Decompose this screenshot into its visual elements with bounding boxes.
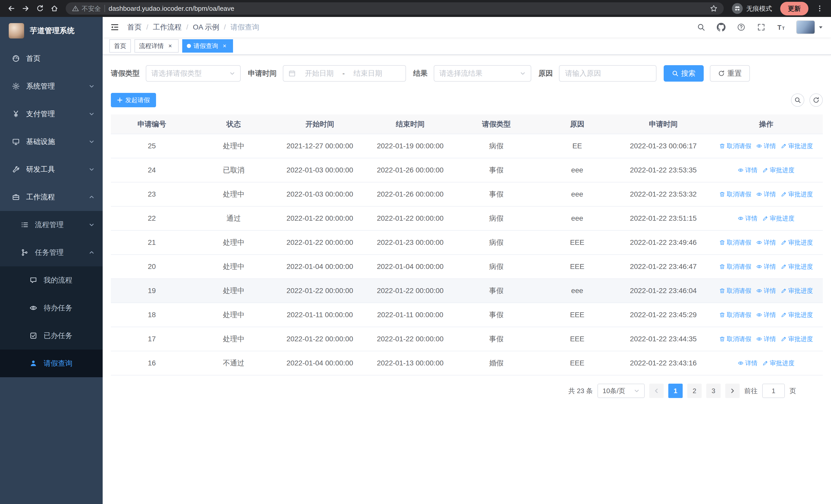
detail-action-link[interactable]: 详情: [738, 359, 757, 367]
progress-action-link[interactable]: 审批进度: [763, 214, 794, 223]
prev-page-button[interactable]: [649, 384, 664, 398]
browser-back-button[interactable]: [4, 1, 19, 16]
yen-icon: [12, 110, 20, 118]
progress-action-link[interactable]: 审批进度: [781, 263, 813, 271]
calendar-icon: [288, 70, 296, 77]
sidebar-item-system[interactable]: 系统管理: [0, 72, 103, 100]
github-icon[interactable]: [715, 21, 727, 33]
column-header-actions: 操作: [710, 114, 823, 134]
detail-action-link[interactable]: 详情: [756, 335, 776, 343]
goto-page-input[interactable]: [762, 384, 785, 398]
page-size-select[interactable]: 10条/页: [598, 384, 645, 398]
font-size-icon[interactable]: TT: [775, 21, 787, 33]
detail-action-link[interactable]: 详情: [756, 190, 776, 198]
url-text[interactable]: dashboard.yudao.iocoder.cn/bpm/oa/leave: [109, 5, 706, 12]
progress-action-link[interactable]: 审批进度: [763, 359, 794, 367]
detail-action-link[interactable]: 详情: [756, 311, 776, 319]
search-icon[interactable]: [695, 21, 707, 33]
toggle-search-button[interactable]: [791, 93, 804, 107]
action-label: 审批进度: [770, 359, 794, 367]
cancel-action-link[interactable]: 取消请假: [719, 190, 751, 198]
close-icon[interactable]: ×: [221, 42, 228, 50]
browser-reload-button[interactable]: [33, 1, 47, 16]
page-button-1[interactable]: 1: [668, 384, 683, 398]
cancel-action-link[interactable]: 取消请假: [719, 238, 751, 247]
cancel-action-link[interactable]: 取消请假: [719, 142, 751, 150]
sidebar-item-done-tasks[interactable]: 已办任务: [0, 322, 103, 350]
close-icon[interactable]: ×: [166, 42, 174, 50]
cell-end-time: 2022-01-22 00:00:00: [365, 206, 455, 231]
sidebar-item-payment[interactable]: 支付管理: [0, 100, 103, 128]
sidebar-item-process-management[interactable]: 流程管理: [0, 211, 103, 239]
browser-update-button[interactable]: 更新: [780, 2, 808, 16]
user-avatar-menu[interactable]: [796, 20, 823, 34]
cell-apply-time: 2022-01-22 23:51:15: [617, 206, 710, 231]
sidebar-item-task-management[interactable]: 任务管理: [0, 239, 103, 266]
sidebar-item-todo-tasks[interactable]: 待办任务: [0, 294, 103, 322]
breadcrumb-item[interactable]: 工作流程: [153, 22, 182, 32]
breadcrumb-item[interactable]: 首页: [127, 22, 142, 32]
page-button-3[interactable]: 3: [706, 384, 721, 398]
bookmark-star-icon[interactable]: [710, 5, 718, 12]
result-select[interactable]: 请选择流结果: [434, 65, 531, 82]
cancel-action-link[interactable]: 取消请假: [719, 263, 751, 271]
page-button-2[interactable]: 2: [687, 384, 701, 398]
fullscreen-icon[interactable]: [755, 21, 767, 33]
detail-action-link[interactable]: 详情: [756, 238, 776, 247]
start-date-input[interactable]: [299, 69, 339, 78]
browser-home-button[interactable]: [47, 1, 62, 16]
app-logo[interactable]: 芋道管理系统: [0, 17, 103, 45]
end-date-input[interactable]: [348, 69, 388, 78]
help-icon[interactable]: [735, 21, 747, 33]
detail-action-link[interactable]: 详情: [756, 263, 776, 271]
sidebar-item-dev-tools[interactable]: 研发工具: [0, 155, 103, 183]
reset-button[interactable]: 重置: [710, 65, 750, 82]
next-page-button[interactable]: [725, 384, 740, 398]
refresh-table-button[interactable]: [809, 93, 823, 107]
action-label: 取消请假: [726, 311, 751, 319]
progress-action-link[interactable]: 审批进度: [781, 190, 813, 198]
detail-action-link[interactable]: 详情: [738, 166, 757, 174]
table-row: 23处理中2022-01-03 00:00:002022-01-26 00:00…: [111, 182, 823, 206]
apply-time-range-picker[interactable]: -: [283, 65, 406, 82]
search-button[interactable]: 搜索: [664, 65, 704, 82]
action-label: 取消请假: [726, 335, 751, 343]
eye-icon: [756, 312, 762, 318]
action-label: 审批进度: [788, 287, 813, 295]
sidebar-collapse-button[interactable]: [110, 23, 119, 32]
cancel-action-link[interactable]: 取消请假: [719, 311, 751, 319]
progress-action-link[interactable]: 审批进度: [781, 335, 813, 343]
progress-action-link[interactable]: 审批进度: [763, 166, 794, 174]
sidebar-item-leave-query[interactable]: 请假查询: [0, 350, 103, 377]
trash-icon: [719, 191, 725, 197]
sidebar-item-workflow[interactable]: 工作流程: [0, 183, 103, 211]
sidebar-item-infrastructure[interactable]: 基础设施: [0, 128, 103, 155]
cancel-action-link[interactable]: 取消请假: [719, 287, 751, 295]
tag-home[interactable]: 首页: [109, 39, 131, 53]
main-area: 首页 / 工作流程 / OA 示例 / 请假查询 TT: [103, 17, 831, 504]
cell-status: 处理中: [193, 303, 275, 327]
progress-action-link[interactable]: 审批进度: [781, 311, 813, 319]
breadcrumb-item[interactable]: OA 示例: [193, 22, 220, 32]
browser-menu-button[interactable]: [812, 1, 827, 16]
security-chip[interactable]: 不安全: [72, 4, 101, 13]
address-bar[interactable]: 不安全 dashboard.yudao.iocoder.cn/bpm/oa/le…: [66, 2, 724, 14]
sidebar-item-home[interactable]: 首页: [0, 45, 103, 72]
detail-action-link[interactable]: 详情: [756, 142, 776, 150]
progress-action-link[interactable]: 审批进度: [781, 238, 813, 247]
sidebar-item-my-process[interactable]: 我的流程: [0, 266, 103, 294]
browser-forward-button[interactable]: [19, 1, 33, 16]
cell-end-time: 2022-01-26 00:00:00: [365, 182, 455, 206]
cancel-action-link[interactable]: 取消请假: [719, 335, 751, 343]
progress-action-link[interactable]: 审批进度: [781, 142, 813, 150]
detail-action-link[interactable]: 详情: [738, 214, 757, 223]
detail-action-link[interactable]: 详情: [756, 287, 776, 295]
cell-start-time: 2022-01-04 00:00:00: [275, 351, 365, 375]
reason-input[interactable]: [559, 65, 657, 82]
cell-start-time: 2022-01-22 00:00:00: [275, 279, 365, 303]
tag-process-detail[interactable]: 流程详情 ×: [135, 39, 179, 53]
leave-type-select[interactable]: 请选择请假类型: [146, 65, 241, 82]
progress-action-link[interactable]: 审批进度: [781, 287, 813, 295]
tag-leave-query[interactable]: 请假查询 ×: [182, 39, 233, 53]
create-leave-button[interactable]: 发起请假: [111, 93, 156, 107]
